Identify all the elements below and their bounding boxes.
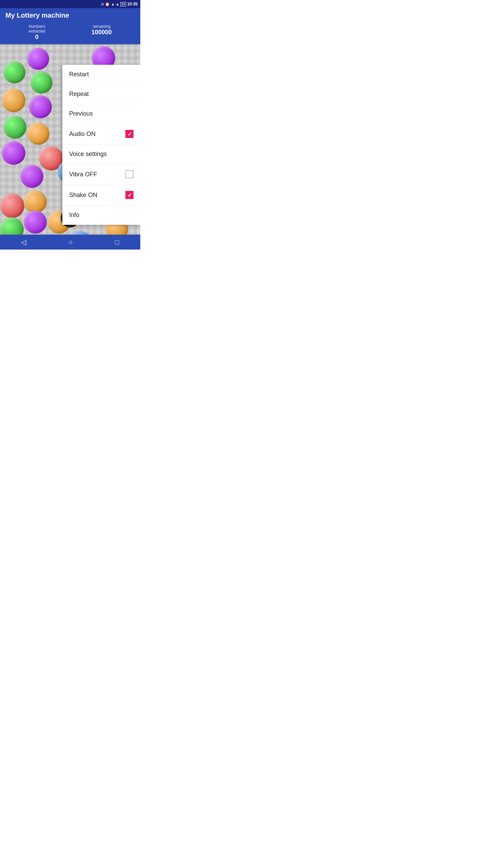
checkbox-vibra-off[interactable]	[125, 170, 134, 178]
extracted-label: extracted	[28, 29, 45, 34]
menu-item-info[interactable]: Info	[62, 205, 140, 225]
app-header: My Lottery machine	[0, 8, 140, 23]
lottery-ball	[24, 211, 47, 234]
main-content: ➤ RestartRepeatPreviousAudio ONVoice set…	[0, 44, 140, 241]
menu-item-repeat[interactable]: Repeat	[62, 84, 140, 104]
menu-item-restart[interactable]: Restart	[62, 65, 140, 84]
lottery-ball	[24, 190, 47, 213]
menu-item-voice-settings[interactable]: Voice settings	[62, 144, 140, 164]
status-bar: ⊖ ⏰ ▲ ▲ 84 10:35	[0, 0, 140, 8]
lottery-ball	[2, 141, 25, 165]
menu-item-label-restart: Restart	[69, 71, 89, 78]
status-icons: ⊖ ⏰ ▲ ▲ 84 10:35	[101, 2, 138, 6]
signal-icon: ▲	[116, 2, 119, 6]
remaining-value: 100000	[92, 29, 112, 36]
minus-icon: ⊖	[101, 2, 104, 6]
stats-bar: Numbers extracted 0 remaining 100000	[0, 23, 140, 44]
menu-item-label-vibra-off: Vibra OFF	[69, 171, 97, 178]
menu-item-previous[interactable]: Previous	[62, 104, 140, 124]
recents-icon[interactable]: □	[115, 238, 119, 246]
home-icon[interactable]: ○	[68, 238, 73, 246]
menu-item-label-voice-settings: Voice settings	[69, 151, 107, 158]
menu-item-shake-on[interactable]: Shake ON	[62, 185, 140, 205]
menu-item-label-repeat: Repeat	[69, 91, 89, 98]
lottery-ball	[30, 72, 53, 94]
back-icon[interactable]: ◁	[21, 238, 26, 246]
lottery-ball	[27, 122, 49, 145]
wifi-icon: ▲	[111, 2, 115, 6]
time-display: 10:35	[127, 2, 138, 6]
lottery-ball	[27, 48, 49, 70]
lottery-ball	[0, 194, 24, 218]
extracted-value: 0	[35, 34, 39, 41]
lottery-ball	[3, 61, 25, 83]
lottery-ball	[29, 95, 52, 118]
dropdown-menu: RestartRepeatPreviousAudio ONVoice setti…	[62, 65, 140, 225]
battery-label: 84	[120, 2, 126, 6]
menu-item-vibra-off[interactable]: Vibra OFF	[62, 164, 140, 185]
extracted-stat: Numbers extracted 0	[28, 24, 45, 41]
menu-item-label-info: Info	[69, 212, 79, 219]
app-title: My Lottery machine	[5, 12, 69, 19]
checkbox-shake-on[interactable]	[125, 191, 134, 199]
remaining-label: remaining	[93, 24, 110, 29]
lottery-ball	[20, 165, 43, 188]
alarm-icon: ⏰	[105, 2, 110, 6]
lottery-ball	[3, 116, 26, 139]
menu-item-label-previous: Previous	[69, 110, 93, 117]
checkbox-audio-on[interactable]	[125, 130, 134, 138]
remaining-stat: remaining 100000	[92, 24, 112, 41]
menu-item-label-audio-on: Audio ON	[69, 131, 96, 138]
menu-item-label-shake-on: Shake ON	[69, 192, 97, 199]
menu-item-audio-on[interactable]: Audio ON	[62, 124, 140, 144]
nav-bar: ◁ ○ □	[0, 235, 140, 250]
lottery-ball	[2, 88, 25, 112]
numbers-label: Numbers	[28, 24, 45, 29]
